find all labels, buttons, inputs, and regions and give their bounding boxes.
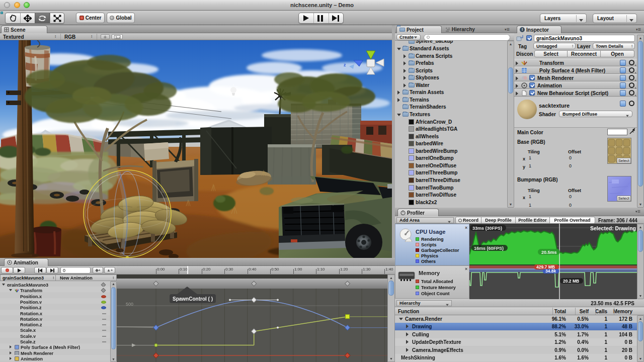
svg-text:33ms (30FPS): 33ms (30FPS) [472,226,502,231]
svg-text:34.8k: 34.8k [545,268,556,274]
svg-text:16ms (60FPS): 16ms (60FPS) [474,246,504,251]
svg-text:z: z [344,62,346,67]
svg-text:SpawnControl ( ): SpawnControl ( ) [173,296,213,302]
svg-text:20.2 MB: 20.2 MB [563,279,579,284]
svg-text:500: 500 [126,302,133,307]
svg-text:Selected: Drawing: Selected: Drawing [590,225,636,231]
svg-text:20.5ms: 20.5ms [541,250,557,255]
